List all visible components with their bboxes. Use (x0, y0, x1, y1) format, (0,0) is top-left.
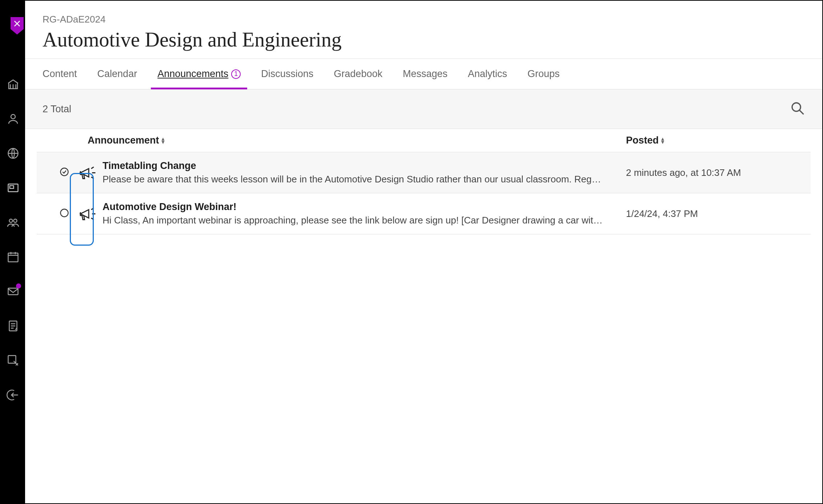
announcement-posted: 1/24/24, 4:37 PM (626, 208, 793, 219)
column-announcement[interactable]: Announcement ▲▼ (88, 135, 626, 146)
sort-icon: ▲▼ (660, 137, 665, 144)
svg-point-7 (9, 219, 12, 222)
total-count: 2 Total (43, 104, 71, 115)
tab-analytics[interactable]: Analytics (465, 59, 510, 89)
svg-line-14 (799, 110, 804, 114)
global-sidebar (1, 1, 25, 503)
tab-content[interactable]: Content (40, 59, 80, 89)
checkmark-circle-icon (59, 167, 69, 178)
megaphone-icon (74, 163, 100, 183)
announcement-preview: Please be aware that this weeks lesson w… (103, 174, 615, 185)
main-panel: RG-ADaE2024 Automotive Design and Engine… (25, 1, 822, 503)
course-code: RG-ADaE2024 (43, 14, 805, 25)
read-status-checked[interactable] (54, 167, 74, 178)
svg-marker-0 (11, 17, 24, 35)
calendar-icon[interactable] (6, 250, 20, 264)
announcement-title: Timetabling Change (103, 160, 615, 172)
course-header: RG-ADaE2024 Automotive Design and Engine… (25, 1, 822, 59)
announcement-content: Timetabling Change Please be aware that … (103, 160, 626, 185)
tab-groups[interactable]: Groups (525, 59, 563, 89)
svg-point-8 (13, 219, 17, 222)
close-button[interactable] (6, 17, 28, 39)
summary-bar: 2 Total (25, 89, 822, 129)
tab-announcements[interactable]: Announcements 1 (154, 59, 244, 89)
globe-icon[interactable] (6, 146, 20, 161)
tools-icon[interactable] (6, 353, 20, 368)
svg-point-13 (792, 103, 800, 111)
announcement-title: Automotive Design Webinar! (103, 201, 615, 213)
announcement-list: Timetabling Change Please be aware that … (25, 152, 822, 234)
course-title: Automotive Design and Engineering (43, 28, 805, 51)
grades-icon[interactable] (6, 319, 20, 333)
svg-rect-9 (8, 253, 18, 262)
announcement-content: Automotive Design Webinar! Hi Class, An … (103, 201, 626, 226)
tab-calendar[interactable]: Calendar (95, 59, 140, 89)
announcements-badge: 1 (231, 69, 241, 79)
read-status-unchecked[interactable] (54, 208, 74, 219)
groups-icon[interactable] (6, 215, 20, 230)
profile-icon[interactable] (6, 112, 20, 126)
institution-icon[interactable] (6, 77, 20, 92)
sort-icon: ▲▼ (161, 137, 166, 144)
announcement-preview: Hi Class, An important webinar is approa… (103, 215, 615, 226)
svg-point-3 (11, 114, 15, 119)
announcement-row[interactable]: Timetabling Change Please be aware that … (37, 152, 811, 193)
table-header: Announcement ▲▼ Posted ▲▼ (37, 129, 811, 152)
svg-point-16 (60, 209, 68, 217)
tab-messages[interactable]: Messages (400, 59, 450, 89)
column-posted[interactable]: Posted ▲▼ (626, 135, 793, 146)
messages-nav-icon[interactable] (6, 284, 20, 299)
svg-rect-6 (10, 186, 14, 189)
megaphone-icon (74, 204, 100, 224)
tab-discussions[interactable]: Discussions (258, 59, 316, 89)
search-button[interactable] (790, 101, 805, 117)
tabs-bar: Content Calendar Announcements 1 Discuss… (25, 59, 822, 89)
notification-dot-icon (16, 283, 21, 289)
svg-point-15 (60, 168, 68, 176)
announcement-row[interactable]: Automotive Design Webinar! Hi Class, An … (37, 193, 811, 234)
announcement-posted: 2 minutes ago, at 10:37 AM (626, 167, 793, 178)
signout-icon[interactable] (6, 388, 20, 402)
tab-gradebook[interactable]: Gradebook (331, 59, 385, 89)
courses-icon[interactable] (6, 181, 20, 195)
svg-rect-10 (8, 288, 18, 295)
circle-empty-icon (59, 208, 69, 219)
